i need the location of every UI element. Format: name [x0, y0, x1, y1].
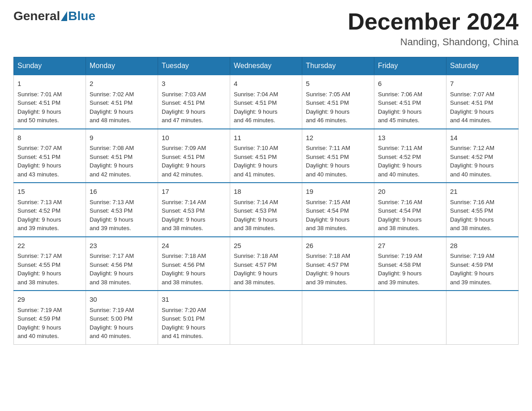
sunset-text: Sunset: 4:56 PM — [162, 261, 226, 270]
daylight-minutes-text: and 47 minutes. — [162, 116, 226, 125]
sunset-text: Sunset: 4:51 PM — [378, 98, 442, 107]
day-cell-31: 31Sunrise: 7:20 AMSunset: 5:01 PMDayligh… — [158, 291, 230, 344]
sunset-text: Sunset: 4:53 PM — [90, 206, 154, 215]
daylight-text: Daylight: 9 hours — [90, 215, 154, 224]
sunrise-text: Sunrise: 7:14 AM — [234, 198, 298, 207]
day-cell-5: 5Sunrise: 7:05 AMSunset: 4:51 PMDaylight… — [302, 75, 374, 129]
title-area: December 2024 Nanding, Shandong, China — [348, 9, 519, 48]
daylight-minutes-text: and 38 minutes. — [450, 224, 515, 233]
day-cell-23: 23Sunrise: 7:17 AMSunset: 4:56 PMDayligh… — [86, 237, 158, 291]
daylight-minutes-text: and 45 minutes. — [378, 116, 442, 125]
weekday-header-row: SundayMondayTuesdayWednesdayThursdayFrid… — [14, 57, 519, 75]
daylight-text: Daylight: 9 hours — [90, 161, 154, 170]
weekday-header-friday: Friday — [374, 57, 446, 75]
empty-cell-4-4 — [302, 291, 374, 344]
day-cell-26: 26Sunrise: 7:18 AMSunset: 4:57 PMDayligh… — [302, 237, 374, 291]
day-number: 6 — [378, 79, 442, 89]
day-cell-2: 2Sunrise: 7:02 AMSunset: 4:51 PMDaylight… — [86, 75, 158, 129]
sunrise-text: Sunrise: 7:17 AM — [17, 252, 82, 261]
day-number: 18 — [234, 187, 298, 197]
daylight-text: Daylight: 9 hours — [450, 107, 515, 116]
sunrise-text: Sunrise: 7:13 AM — [90, 198, 154, 207]
sunrise-text: Sunrise: 7:07 AM — [450, 90, 515, 99]
daylight-minutes-text: and 38 minutes. — [162, 224, 226, 233]
day-number: 12 — [306, 133, 370, 143]
sunrise-text: Sunrise: 7:09 AM — [162, 144, 226, 153]
empty-cell-4-3 — [230, 291, 302, 344]
day-number: 13 — [378, 133, 442, 143]
sunset-text: Sunset: 4:57 PM — [234, 261, 298, 270]
daylight-minutes-text: and 38 minutes. — [17, 278, 82, 287]
sunrise-text: Sunrise: 7:07 AM — [17, 144, 82, 153]
logo-blue-text: Blue — [68, 9, 95, 23]
weekday-header-monday: Monday — [86, 57, 158, 75]
day-cell-18: 18Sunrise: 7:14 AMSunset: 4:53 PMDayligh… — [230, 183, 302, 237]
sunset-text: Sunset: 5:00 PM — [90, 314, 154, 323]
day-cell-20: 20Sunrise: 7:16 AMSunset: 4:54 PMDayligh… — [374, 183, 446, 237]
day-cell-12: 12Sunrise: 7:11 AMSunset: 4:51 PMDayligh… — [302, 129, 374, 183]
daylight-text: Daylight: 9 hours — [162, 269, 226, 278]
day-number: 15 — [17, 187, 82, 197]
day-number: 11 — [234, 133, 298, 143]
daylight-minutes-text: and 39 minutes. — [90, 224, 154, 233]
sunrise-text: Sunrise: 7:19 AM — [90, 306, 154, 315]
week-row-1: 1Sunrise: 7:01 AMSunset: 4:51 PMDaylight… — [14, 75, 519, 129]
sunset-text: Sunset: 4:51 PM — [450, 98, 515, 107]
sunset-text: Sunset: 4:51 PM — [234, 153, 298, 162]
day-number: 14 — [450, 133, 515, 143]
daylight-text: Daylight: 9 hours — [17, 161, 82, 170]
weekday-header-wednesday: Wednesday — [230, 57, 302, 75]
daylight-text: Daylight: 9 hours — [450, 269, 515, 278]
daylight-minutes-text: and 41 minutes. — [234, 170, 298, 179]
daylight-minutes-text: and 40 minutes. — [378, 170, 442, 179]
sunset-text: Sunset: 4:51 PM — [306, 153, 370, 162]
sunset-text: Sunset: 4:55 PM — [17, 261, 82, 270]
day-number: 29 — [17, 295, 82, 305]
week-row-2: 8Sunrise: 7:07 AMSunset: 4:51 PMDaylight… — [14, 129, 519, 183]
day-number: 27 — [378, 241, 442, 251]
day-number: 16 — [90, 187, 154, 197]
sunset-text: Sunset: 4:58 PM — [378, 261, 442, 270]
day-number: 30 — [90, 295, 154, 305]
daylight-minutes-text: and 48 minutes. — [90, 116, 154, 125]
sunset-text: Sunset: 4:53 PM — [162, 206, 226, 215]
day-cell-15: 15Sunrise: 7:13 AMSunset: 4:52 PMDayligh… — [14, 183, 86, 237]
day-cell-29: 29Sunrise: 7:19 AMSunset: 4:59 PMDayligh… — [14, 291, 86, 344]
sunset-text: Sunset: 4:54 PM — [306, 206, 370, 215]
day-number: 7 — [450, 79, 515, 89]
empty-cell-4-5 — [374, 291, 446, 344]
day-cell-14: 14Sunrise: 7:12 AMSunset: 4:52 PMDayligh… — [446, 129, 519, 183]
sunrise-text: Sunrise: 7:11 AM — [378, 144, 442, 153]
daylight-minutes-text: and 38 minutes. — [90, 278, 154, 287]
daylight-text: Daylight: 9 hours — [234, 107, 298, 116]
daylight-minutes-text: and 46 minutes. — [306, 116, 370, 125]
daylight-minutes-text: and 40 minutes. — [90, 332, 154, 341]
day-number: 17 — [162, 187, 226, 197]
daylight-minutes-text: and 39 minutes. — [450, 278, 515, 287]
day-number: 20 — [378, 187, 442, 197]
weekday-header-thursday: Thursday — [302, 57, 374, 75]
day-number: 5 — [306, 79, 370, 89]
sunrise-text: Sunrise: 7:17 AM — [90, 252, 154, 261]
daylight-text: Daylight: 9 hours — [162, 107, 226, 116]
calendar-table: SundayMondayTuesdayWednesdayThursdayFrid… — [13, 57, 519, 345]
day-cell-27: 27Sunrise: 7:19 AMSunset: 4:58 PMDayligh… — [374, 237, 446, 291]
logo-general-text: General — [13, 9, 60, 23]
daylight-text: Daylight: 9 hours — [17, 215, 82, 224]
sunrise-text: Sunrise: 7:06 AM — [378, 90, 442, 99]
sunrise-text: Sunrise: 7:14 AM — [162, 198, 226, 207]
daylight-minutes-text: and 50 minutes. — [17, 116, 82, 125]
week-row-3: 15Sunrise: 7:13 AMSunset: 4:52 PMDayligh… — [14, 183, 519, 237]
sunrise-text: Sunrise: 7:16 AM — [378, 198, 442, 207]
location-title: Nanding, Shandong, China — [348, 36, 519, 48]
sunset-text: Sunset: 4:51 PM — [90, 153, 154, 162]
sunset-text: Sunset: 4:51 PM — [90, 98, 154, 107]
week-row-4: 22Sunrise: 7:17 AMSunset: 4:55 PMDayligh… — [14, 237, 519, 291]
daylight-text: Daylight: 9 hours — [17, 269, 82, 278]
day-number: 26 — [306, 241, 370, 251]
day-cell-6: 6Sunrise: 7:06 AMSunset: 4:51 PMDaylight… — [374, 75, 446, 129]
daylight-minutes-text: and 38 minutes. — [162, 278, 226, 287]
day-number: 4 — [234, 79, 298, 89]
daylight-text: Daylight: 9 hours — [450, 161, 515, 170]
day-cell-8: 8Sunrise: 7:07 AMSunset: 4:51 PMDaylight… — [14, 129, 86, 183]
